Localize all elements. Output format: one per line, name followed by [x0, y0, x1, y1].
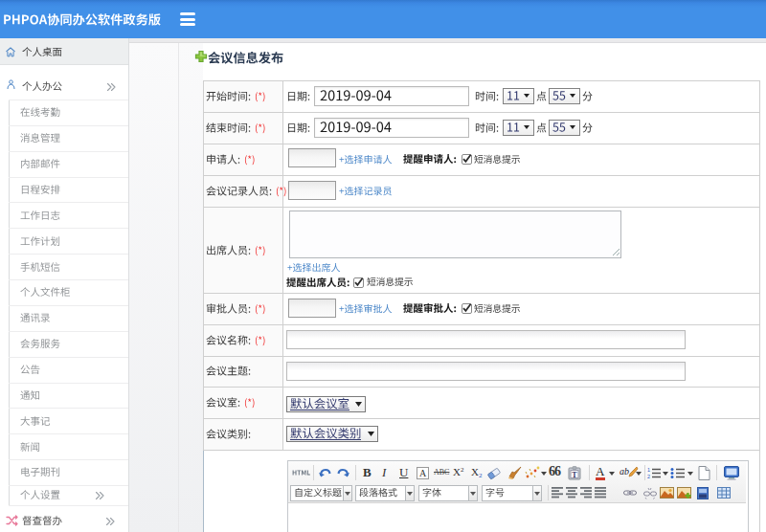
svg-text:1: 1: [647, 467, 650, 473]
svg-text:T: T: [572, 470, 577, 478]
svg-text:2: 2: [647, 474, 650, 479]
svg-text:A: A: [419, 468, 427, 478]
